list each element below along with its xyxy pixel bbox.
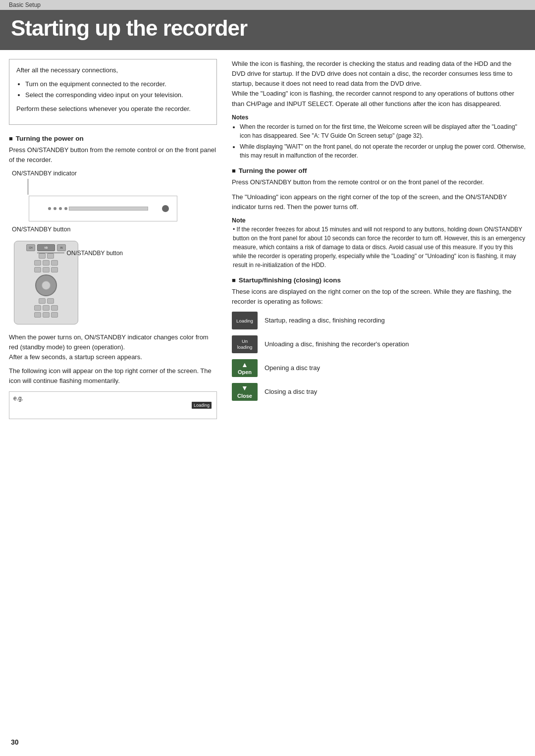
section1-body3: The following icon will appear on the to…	[9, 366, 217, 386]
loading-icon-desc: Startup, reading a disc, finishing recor…	[265, 316, 385, 325]
section3-body: These icons are displayed on the right c…	[232, 287, 526, 307]
intro-bullet-1: Turn on the equipment connected to the r…	[25, 79, 210, 89]
section1-body2: When the power turns on, ON/STANDBY indi…	[9, 332, 217, 362]
section-power-on-header: Turning the power on	[9, 135, 217, 142]
recorder-device-image	[29, 196, 177, 221]
remote-on-standby-label: ON/STANDBY button	[37, 250, 123, 257]
intro-text: After all the necessary connections,	[16, 65, 210, 75]
open-icon-badge: ▲ Open	[232, 359, 258, 377]
icon-row-close: ▲ Close Closing a disc tray	[232, 383, 526, 401]
remote-area: CH VD IN	[14, 241, 78, 324]
section1-body: Press ON/STANDBY button from the remote …	[9, 145, 217, 165]
intro-note: Perform these selections whenever you op…	[16, 104, 210, 114]
page-title-bar: Starting up the recorder	[0, 10, 535, 49]
device-label: ON/STANDBY indicator	[12, 170, 217, 177]
intro-bullets: Turn on the equipment connected to the r…	[25, 79, 210, 100]
close-icon-desc: Closing a disc tray	[265, 387, 317, 397]
notes-section: Notes When the recorder is turned on for…	[232, 114, 526, 160]
icons-table: Loading Startup, reading a disc, finishi…	[232, 312, 526, 401]
device-button-label: ON/STANDBY button	[12, 226, 217, 233]
left-column: After all the necessary connections, Tur…	[9, 59, 217, 424]
icon-row-unloading: Un loading Unloading a disc, finishing t…	[232, 335, 526, 353]
close-icon-badge: ▲ Close	[232, 383, 258, 401]
loading-icon-badge: Loading	[232, 312, 258, 329]
loading-badge: Loading	[192, 402, 212, 409]
note2-section: Note • If the recorder freezes for about…	[232, 217, 526, 270]
notes-title: Notes	[232, 114, 526, 121]
note-item-1: When the recorder is turned on for the f…	[240, 122, 526, 140]
open-arrow-icon: ▲	[241, 361, 248, 369]
right-column: While the icon is flashing, the recorder…	[232, 59, 526, 424]
icon-row-open: ▲ Open Opening a disc tray	[232, 359, 526, 377]
note2-title: Note	[232, 217, 526, 224]
example-label: e.g.	[13, 395, 23, 402]
intro-box: After all the necessary connections, Tur…	[9, 59, 217, 125]
open-icon-desc: Opening a disc tray	[265, 364, 320, 373]
page-title: Starting up the recorder	[11, 16, 524, 41]
section-power-off-header: Turning the power off	[232, 167, 526, 174]
notes-list: When the recorder is turned on for the f…	[240, 122, 526, 160]
page-number: 30	[11, 738, 19, 746]
note-dot-prefix: •	[233, 226, 237, 233]
section-icons-header: Startup/finishing (closing) icons	[232, 276, 526, 284]
unloading-icon-desc: Unloading a disc, finishing the recorder…	[265, 340, 409, 349]
main-content: After all the necessary connections, Tur…	[0, 50, 535, 433]
right-body1: While the icon is flashing, the recorder…	[232, 59, 526, 109]
icon-row-loading: Loading Startup, reading a disc, finishi…	[232, 312, 526, 329]
note2-body: • If the recorder freezes for about 15 m…	[233, 225, 526, 270]
intro-bullet-2: Select the corresponding video input on …	[25, 90, 210, 100]
note-item-2: While displaying "WAIT" on the front pan…	[240, 142, 526, 160]
close-arrow-icon: ▲	[241, 384, 248, 393]
device-area: ON/STANDBY indicator ON/STAND	[9, 170, 217, 233]
unloading-icon-badge: Un loading	[232, 335, 258, 353]
section2-body1: Press ON/STANDBY button from the remote …	[232, 177, 526, 187]
example-box: e.g. Loading	[9, 391, 217, 419]
section2-body2: The "Unloading" icon appears on the righ…	[232, 192, 526, 212]
breadcrumb: Basic Setup	[0, 0, 535, 10]
